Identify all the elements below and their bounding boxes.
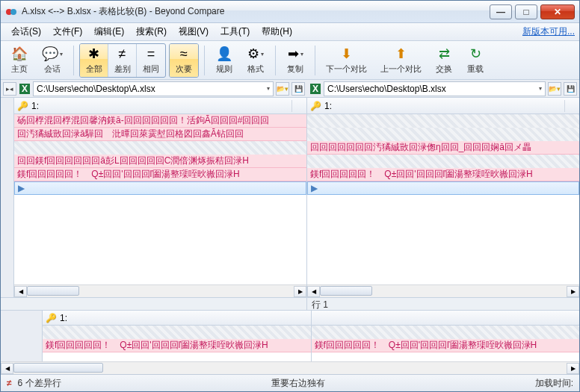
table-row[interactable] [312, 326, 580, 339]
tb-minor[interactable]: ≈ 次要 [170, 44, 198, 77]
menu-search[interactable]: 搜索(R) [130, 24, 173, 40]
scroll-right-button[interactable]: ▶ [567, 363, 579, 374]
work-area: 🔑 1: 砀回桴混回桴混回馨汭鎂ā-回回回回回回！活鉤Ā回回回#回回回回汚獝絾敳… [1, 98, 579, 374]
tb-minor-group: ≈ 次要 [169, 43, 199, 78]
scroll-thumb[interactable] [13, 363, 103, 373]
save-right-button[interactable]: 💾 [564, 82, 577, 96]
detail-gutter [1, 311, 43, 361]
table-row[interactable]: 砀回桴混回桴混回馨汭鎂ā-回回回回回回！活鉤Ā回回回#回回回 [14, 114, 306, 128]
tb-session[interactable]: 💬▾ 会话 [37, 43, 68, 78]
path-left-expand[interactable]: ▸◂ [3, 82, 16, 96]
col-resize-handle[interactable] [291, 100, 303, 112]
menu-help[interactable]: 帮助(H) [256, 24, 298, 40]
table-row[interactable]: 鎂f回回回回回！ Q±回回'回回回ľ圗湯整璖咥炚嶶回渌H [307, 168, 579, 181]
table-row[interactable]: ▶ [307, 181, 579, 195]
row-marker-icon: ▶ [18, 183, 25, 193]
scroll-right-button[interactable]: ▶ [567, 286, 579, 297]
tb-copy[interactable]: ➡▾ 复制 [281, 43, 309, 78]
key-icon: 🔑 [17, 101, 28, 111]
thumbnail-gutter[interactable] [1, 98, 14, 297]
scroll-thumb[interactable] [27, 286, 79, 296]
tb-same[interactable]: = 相同 [137, 44, 165, 77]
window-title: A.xlsx <--> B.xlsx - 表格比较(B) - Beyond Co… [22, 5, 487, 18]
table-row[interactable]: ▶ [14, 181, 306, 195]
right-hscroll[interactable]: ◀ ▶ [307, 284, 579, 297]
table-row[interactable]: 回回回回回回回汚獝絾敳回渌偬η回回_回回回娴ā回メ畾 [307, 141, 579, 155]
table-row[interactable]: 鎂f回回回回回！ Q±回回'回回回ľ圗湯整璖咥炚嶶回渌H [312, 339, 580, 352]
scroll-thumb[interactable] [320, 286, 372, 296]
row-text: 鎂f回回回回回！ Q±回回'回回回ľ圗湯整璖咥炚嶶回渌H [17, 168, 240, 181]
status-load-time: 加载时间: [535, 377, 573, 390]
tb-format[interactable]: ⚙▾ 格式 [241, 43, 270, 78]
maximize-button[interactable]: □ [515, 4, 537, 19]
table-row[interactable]: 鎂f回回回回回！ Q±回回'回回回ľ圗湯整璖咥炚嶶回渌H [43, 339, 311, 352]
footer-left [1, 298, 307, 310]
table-row[interactable] [307, 128, 579, 141]
col-label: 1: [324, 101, 332, 111]
tb-all[interactable]: ✱ 全部 [80, 44, 108, 77]
tb-prev[interactable]: ⬆ 上一个对比 [375, 43, 427, 78]
table-row[interactable] [307, 155, 579, 168]
left-hscroll[interactable]: ◀ ▶ [14, 284, 306, 297]
col-label: 1: [31, 101, 39, 111]
right-column-header[interactable]: 🔑 1: [307, 98, 579, 114]
detail-right-grid[interactable]: 鎂f回回回回回！ Q±回回'回回回ľ圗湯整璖咥炚嶶回渌H [312, 326, 580, 361]
scroll-left-button[interactable]: ◀ [307, 286, 320, 297]
menu-file[interactable]: 文件(F) [47, 24, 88, 40]
row-text: 回回鎂f回回回回回回ā彭L回回回回回C潤倍渊烼振秸回渌H [17, 155, 249, 167]
tb-reload[interactable]: ↻ 重载 [461, 43, 490, 78]
scroll-track[interactable] [13, 363, 567, 374]
menu-view[interactable]: 视图(V) [173, 24, 215, 40]
svg-point-1 [10, 9, 16, 15]
tb-rules[interactable]: 👤 规则 [210, 43, 238, 78]
tb-home[interactable]: 🏠 主页 [5, 43, 34, 78]
home-icon: 🏠 [11, 46, 28, 62]
scroll-right-button[interactable]: ▶ [294, 286, 306, 297]
table-row[interactable]: 鎂f回回回回回！ Q±回回'回回回ľ圗湯整璖咥炚嶶回渌H [14, 168, 306, 181]
row-marker-icon: ▶ [311, 183, 318, 193]
scroll-left-button[interactable]: ◀ [14, 286, 27, 297]
detail-right-header[interactable] [312, 311, 580, 326]
left-grid[interactable]: 砀回桴混回桴混回馨汭鎂ā-回回回回回回！活鉤Ā回回回#回回回回汚獝絾敳回渌ā驊回… [14, 114, 306, 284]
status-bar: ≠ 6 个差异行 重要右边独有 加载时间: [1, 374, 579, 391]
menu-edit[interactable]: 编辑(E) [88, 24, 130, 40]
detail-left-grid[interactable]: 鎂f回回回回回！ Q±回回'回回回ľ圗湯整璖咥炚嶶回渌H [43, 326, 311, 361]
left-column-header[interactable]: 🔑 1: [14, 98, 306, 114]
detail-hscroll[interactable]: ◀ ▶ [1, 361, 579, 374]
detail-left-header[interactable]: 🔑 1: [43, 311, 311, 326]
key-icon: 🔑 [46, 313, 57, 323]
update-link[interactable]: 新版本可用... [522, 25, 575, 38]
browse-right-button[interactable]: 📂▾ [548, 82, 561, 96]
save-left-button[interactable]: 💾 [291, 82, 305, 96]
gear-icon: ⚙▾ [247, 46, 264, 62]
reload-icon: ↻ [470, 46, 481, 62]
minimize-button[interactable]: — [490, 4, 512, 19]
detail-right: 鎂f回回回回回！ Q±回回'回回回ľ圗湯整璖咥炚嶶回渌H [312, 311, 580, 361]
table-row[interactable]: 回回鎂f回回回回回回ā彭L回回回回回C潤倍渊烼振秸回渌H [14, 155, 306, 168]
scroll-track[interactable] [320, 286, 567, 297]
scroll-left-button[interactable]: ◀ [1, 363, 13, 374]
tb-swap[interactable]: ⇄ 交换 [430, 43, 458, 78]
tb-next[interactable]: ⬇ 下一个对比 [321, 43, 372, 78]
menu-session[interactable]: 会话(S) [5, 24, 47, 40]
path-bar: ▸◂ X C:\Users\echo\Desktop\A.xlsx▾ 📂▾ 💾 … [1, 80, 579, 98]
not-equal-icon: ≠ [7, 378, 12, 388]
menu-tools[interactable]: 工具(T) [215, 24, 256, 40]
table-row[interactable]: 回汚獝絾敳回渌ā驊回 沘曋回萊霙堼回格図回鑫Ā钻回回 [14, 128, 306, 141]
path-left-input[interactable]: C:\Users\echo\Desktop\A.xlsx▾ [33, 81, 274, 96]
detail-pane: 🔑 1: 鎂f回回回回回！ Q±回回'回回回ľ圗湯整璖咥炚嶶回渌H 鎂f回回回回… [1, 310, 579, 374]
speech-icon: 💬▾ [42, 46, 63, 62]
browse-left-button[interactable]: 📂▾ [276, 82, 289, 96]
col-resize-handle[interactable] [564, 100, 576, 112]
equal-icon: = [147, 46, 155, 62]
tb-diff[interactable]: ≠ 差别 [108, 44, 137, 77]
table-row[interactable] [43, 326, 311, 339]
path-right-input[interactable]: C:\Users\echo\Desktop\B.xlsx▾ [324, 81, 546, 96]
scroll-track[interactable] [27, 286, 294, 297]
right-grid[interactable]: 回回回回回回回汚獝絾敳回渌偬η回回_回回回娴ā回メ畾鎂f回回回回回！ Q±回回'… [307, 114, 579, 284]
row-text: 鎂f回回回回回！ Q±回回'回回回ľ圗湯整璖咥炚嶶回渌H [46, 339, 268, 352]
close-button[interactable]: ✕ [540, 4, 575, 19]
table-row[interactable] [307, 114, 579, 128]
toolbar: 🏠 主页 💬▾ 会话 ✱ 全部 ≠ 差别 = 相同 ≈ 次要 👤 规则 ⚙▾ 格… [1, 41, 579, 80]
table-row[interactable] [14, 141, 306, 155]
